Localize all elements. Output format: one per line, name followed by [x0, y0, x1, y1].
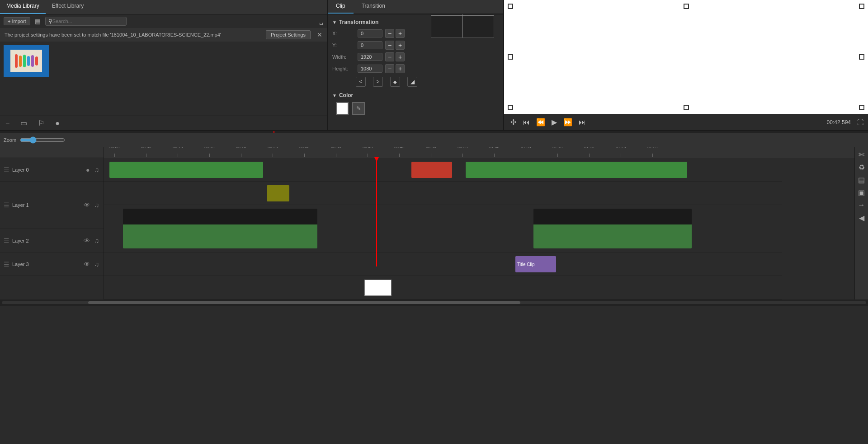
split-tool[interactable]: ◀ — [856, 212, 867, 223]
zoom-label: Zoom — [4, 137, 16, 143]
track-0b — [104, 182, 782, 205]
skip-forward-button[interactable]: ⏭ — [577, 117, 588, 127]
diamond-button[interactable]: ◆ — [390, 77, 400, 87]
clip-white[interactable] — [364, 280, 392, 296]
clip-tall-1[interactable] — [123, 209, 317, 248]
media-content — [0, 42, 327, 116]
height-input[interactable] — [358, 65, 382, 73]
clip-olive[interactable] — [267, 185, 289, 201]
arrow-right-tool[interactable]: → — [856, 200, 867, 210]
grid-view-button[interactable]: ▤ — [33, 17, 42, 26]
layer-3-audio-button[interactable]: ♫ — [94, 260, 100, 269]
layer-2-visibility-button[interactable]: 👁 — [83, 236, 91, 245]
timeline-tracks: 00:00 00:05 00:10 00:15 00:20 00:25 00:3… — [104, 147, 854, 299]
search-input[interactable] — [52, 19, 123, 24]
import-button[interactable]: + Import — [4, 17, 30, 25]
grid-tool-2[interactable]: ▣ — [856, 187, 867, 198]
height-plus-button[interactable]: + — [396, 64, 405, 73]
tab-media-library[interactable]: Media Library — [0, 0, 46, 14]
handle-top-right[interactable] — [859, 4, 864, 9]
scrollbar-track[interactable] — [2, 301, 866, 304]
layer-1-audio-button[interactable]: ♫ — [94, 201, 100, 210]
scissors-tool[interactable]: ✄ — [856, 149, 867, 160]
erase-button[interactable]: ◢ — [407, 77, 417, 87]
layer-2-audio-button[interactable]: ♫ — [94, 236, 100, 245]
media-bottom-bar: − ▭ ⚐ ● — [0, 116, 327, 130]
zoom-slider[interactable] — [20, 136, 65, 144]
project-settings-button[interactable]: Project Settings — [266, 30, 311, 39]
next-keyframe-button[interactable]: > — [373, 77, 383, 87]
x-input[interactable] — [358, 29, 382, 37]
layer-3-drag-icon: ☰ — [4, 261, 9, 268]
media-thumbnail[interactable] — [4, 45, 49, 77]
step-back-button[interactable]: ⏪ — [534, 117, 547, 127]
y-plus-button[interactable]: + — [396, 41, 405, 50]
layer-1-visibility-button[interactable]: 👁 — [83, 201, 91, 210]
track-2: Title Clip — [104, 252, 782, 276]
time-display: 00:42.594 — [827, 119, 851, 126]
tab-transition[interactable]: Transition — [354, 0, 393, 14]
timeline-body: ☰ Layer 0 ● ♫ ☰ Layer 1 👁 ♫ ☰ Layer 2 👁 … — [0, 147, 868, 299]
width-property-row: Width: − + — [332, 52, 405, 61]
layer-0-visibility-button[interactable]: ● — [85, 165, 90, 174]
preview-canvas — [504, 0, 868, 114]
pin-button[interactable]: ● — [53, 118, 61, 128]
notification-close-button[interactable]: ✕ — [317, 31, 322, 38]
tab-clip[interactable]: Clip — [328, 0, 354, 14]
handle-bottom-middle[interactable] — [684, 105, 689, 110]
clip-red[interactable] — [411, 162, 452, 178]
fit-screen-button[interactable]: ✣ — [509, 117, 518, 127]
handle-bottom-right[interactable] — [859, 105, 864, 110]
step-forward-button[interactable]: ⏩ — [561, 117, 574, 127]
media-toolbar: + Import ▤ ⚲ ␣ — [0, 14, 327, 28]
y-input[interactable] — [358, 41, 382, 49]
preview-controls: ✣ ⏮ ⏪ ▶ ⏩ ⏭ 00:42.594 ⛶ — [504, 114, 868, 130]
prev-keyframe-button[interactable]: < — [356, 77, 366, 87]
monitor-icon: ␣ — [319, 18, 323, 25]
delete-button[interactable]: − — [4, 118, 11, 128]
x-property-row: X: − + — [332, 29, 405, 38]
clip-green-1[interactable] — [109, 162, 263, 178]
play-button[interactable]: ▶ — [550, 117, 559, 127]
ruler-mark-0120: 01:20 — [616, 147, 626, 157]
ruler-mark-0025: 00:25 — [268, 147, 278, 157]
clip-green-2[interactable] — [466, 162, 687, 178]
color-swatch-white[interactable] — [336, 102, 349, 115]
clip-tall-2[interactable] — [533, 209, 692, 248]
timeline-scrollbar — [0, 299, 868, 306]
clip-title[interactable]: Title Clip — [515, 256, 556, 272]
ruler-mark-0005: 00:05 — [141, 147, 151, 157]
tab-effect-library[interactable]: Effect Library — [46, 0, 90, 14]
link-tool[interactable]: ♻ — [856, 162, 867, 173]
ruler-mark-0015: 00:15 — [204, 147, 215, 157]
layer-2-name: Layer 2 — [12, 238, 80, 243]
width-plus-button[interactable]: + — [396, 52, 405, 61]
skip-back-button[interactable]: ⏮ — [521, 117, 532, 127]
handle-middle-right[interactable] — [859, 54, 864, 60]
x-minus-button[interactable]: − — [385, 29, 394, 38]
handle-middle-left[interactable] — [508, 54, 513, 60]
grid-tool[interactable]: ▤ — [856, 174, 867, 185]
preview-panel: ✣ ⏮ ⏪ ▶ ⏩ ⏭ 00:42.594 ⛶ — [504, 0, 868, 130]
layer-1-name: Layer 1 — [12, 202, 80, 208]
handle-top-middle[interactable] — [684, 4, 689, 9]
ruler-mark-0100: 01:00 — [489, 147, 500, 157]
width-minus-button[interactable]: − — [385, 52, 394, 61]
file-button[interactable]: ▭ — [19, 118, 29, 128]
ruler-mark-0110: 01:10 — [552, 147, 563, 157]
y-minus-button[interactable]: − — [385, 41, 394, 50]
tag-button[interactable]: ⚐ — [36, 118, 46, 128]
x-plus-button[interactable]: + — [396, 29, 405, 38]
layer-0-audio-button[interactable]: ♫ — [94, 165, 100, 174]
width-input[interactable] — [358, 53, 382, 61]
handle-top-left[interactable] — [508, 4, 513, 9]
handle-bottom-left[interactable] — [508, 105, 513, 110]
fullscreen-button[interactable]: ⛶ — [857, 119, 863, 126]
layer-3-visibility-button[interactable]: 👁 — [83, 260, 91, 269]
x-label: X: — [332, 31, 355, 36]
nav-row: < > ◆ ◢ — [332, 77, 499, 87]
scrollbar-thumb[interactable] — [88, 301, 520, 304]
color-picker-button[interactable]: ✎ — [352, 102, 365, 115]
height-minus-button[interactable]: − — [385, 64, 394, 73]
transformation-label: Transformation — [339, 19, 378, 25]
